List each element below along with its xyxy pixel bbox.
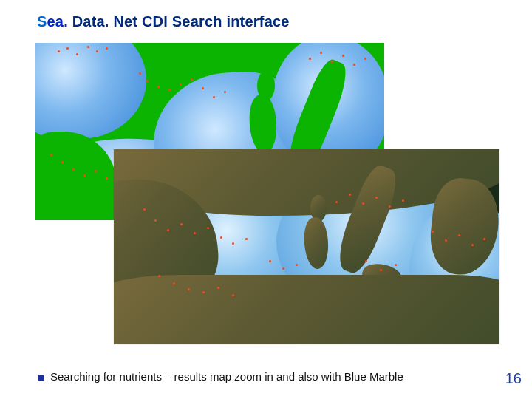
title-ea: ea. — [47, 13, 72, 30]
caption-row: Searching for nutrients – results map zo… — [38, 370, 403, 383]
page-number: 16 — [505, 370, 522, 387]
map-results-blue-marble — [114, 149, 499, 344]
slide-title: Sea. Data. Net CDI Search interface — [0, 13, 532, 30]
map-stack — [35, 43, 499, 346]
data-points-cluster — [114, 149, 499, 344]
title-rest: Data. Net CDI Search interface — [72, 13, 290, 30]
slide-caption: Searching for nutrients – results map zo… — [50, 370, 403, 383]
title-s: S — [37, 13, 47, 30]
bullet-icon — [38, 375, 44, 381]
slide: Sea. Data. Net CDI Search interface — [0, 0, 532, 399]
